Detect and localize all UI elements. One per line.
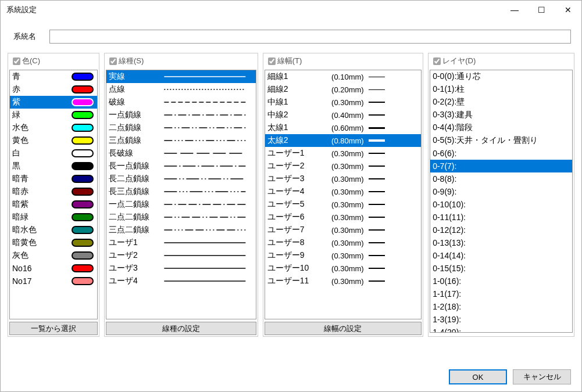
- layer-item[interactable]: 0-8(8):: [430, 172, 572, 185]
- layer-item[interactable]: 0-0(0):通り芯: [430, 70, 572, 83]
- color-item[interactable]: 青: [10, 70, 97, 83]
- color-item[interactable]: 暗紫: [10, 198, 97, 211]
- layer-item[interactable]: 0-9(9):: [430, 185, 572, 198]
- linetype-preview: [159, 87, 251, 92]
- linetype-item[interactable]: 点線: [106, 83, 256, 96]
- linetype-item[interactable]: ユーザ1: [106, 236, 256, 249]
- linetype-settings-button[interactable]: 線種の設定: [106, 322, 256, 335]
- color-item[interactable]: 白: [10, 147, 97, 160]
- linetype-item[interactable]: 長一点鎖線: [106, 160, 256, 172]
- layer-item[interactable]: 1-0(16):: [430, 275, 572, 287]
- linetype-list[interactable]: 実線点線破線一点鎖線二点鎖線三点鎖線長破線長一点鎖線長二点鎖線長三点鎖線一点二鎖…: [106, 70, 256, 319]
- color-item[interactable]: 紫: [10, 96, 97, 109]
- linetype-item[interactable]: 長二点鎖線: [106, 172, 256, 185]
- layer-item[interactable]: 0-15(15):: [430, 262, 572, 275]
- layer-item[interactable]: 1-3(19):: [430, 313, 572, 326]
- color-item[interactable]: No16: [10, 262, 97, 275]
- layer-item[interactable]: 1-4(20):: [430, 326, 572, 333]
- panel-linewidth-header: 線幅(T): [263, 53, 423, 69]
- linetype-item[interactable]: 一点二鎖線: [106, 198, 256, 211]
- linewidth-preview: [369, 229, 385, 231]
- maximize-button[interactable]: ☐: [528, 1, 555, 19]
- linewidth-item[interactable]: ユーザー1(0.30mm): [265, 147, 422, 160]
- linetype-item[interactable]: ユーザ2: [106, 249, 256, 262]
- linewidth-value: (0.30mm): [314, 213, 364, 222]
- color-label: 白: [12, 148, 44, 159]
- color-item[interactable]: 暗赤: [10, 185, 97, 198]
- close-button[interactable]: ✕: [555, 1, 581, 19]
- linewidth-item[interactable]: ユーザー10(0.30mm): [265, 262, 422, 275]
- linetype-item[interactable]: 長破線: [106, 147, 256, 160]
- linewidth-item[interactable]: ユーザー4(0.30mm): [265, 185, 422, 198]
- linetype-item[interactable]: 実線: [106, 70, 256, 83]
- linewidth-item[interactable]: 細線1(0.10mm): [265, 70, 422, 83]
- color-item[interactable]: 緑: [10, 109, 97, 121]
- linewidth-item[interactable]: ユーザー6(0.30mm): [265, 211, 422, 224]
- layer-item[interactable]: 0-5(5):天井・タイル・畳割り: [430, 134, 572, 147]
- cancel-button[interactable]: キャンセル: [513, 369, 571, 384]
- layer-item[interactable]: 0-13(13):: [430, 236, 572, 249]
- color-item[interactable]: 水色: [10, 121, 97, 134]
- color-item[interactable]: 暗青: [10, 172, 97, 185]
- layer-item[interactable]: 0-3(3):建具: [430, 109, 572, 121]
- linetype-preview: [159, 138, 251, 143]
- linewidth-item[interactable]: 中線1(0.30mm): [265, 96, 422, 109]
- linetype-item[interactable]: 三点鎖線: [106, 134, 256, 147]
- color-item[interactable]: No17: [10, 275, 97, 287]
- linetype-item[interactable]: ユーザ3: [106, 262, 256, 275]
- linewidth-item[interactable]: 太線2(0.80mm): [265, 134, 422, 147]
- layer-item[interactable]: 0-6(6):: [430, 147, 572, 160]
- color-item[interactable]: 黄色: [10, 134, 97, 147]
- ok-button[interactable]: OK: [449, 369, 507, 384]
- linewidth-preview: [369, 217, 385, 218]
- color-swatch: [72, 149, 94, 157]
- linetype-item[interactable]: 破線: [106, 96, 256, 109]
- linetype-item[interactable]: 三点二鎖線: [106, 224, 256, 236]
- linewidth-list[interactable]: 細線1(0.10mm)細線2(0.20mm)中線1(0.30mm)中線2(0.4…: [265, 70, 422, 319]
- linetype-item[interactable]: ユーザ4: [106, 275, 256, 287]
- linewidth-label: ユーザー4: [267, 186, 314, 197]
- linewidth-item[interactable]: 細線2(0.20mm): [265, 83, 422, 96]
- layer-item[interactable]: 0-2(2):壁: [430, 96, 572, 109]
- linetype-preview: [159, 228, 251, 232]
- linewidth-item[interactable]: 太線1(0.60mm): [265, 121, 422, 134]
- name-input[interactable]: [49, 30, 571, 44]
- linewidth-item[interactable]: ユーザー8(0.30mm): [265, 236, 422, 249]
- linewidth-label: ユーザー1: [267, 148, 314, 159]
- linetype-preview: [159, 177, 251, 181]
- layer-item[interactable]: 0-11(11):: [430, 211, 572, 224]
- layer-item[interactable]: 1-1(17):: [430, 287, 572, 300]
- linewidth-item[interactable]: ユーザー2(0.30mm): [265, 160, 422, 172]
- color-item[interactable]: 暗緑: [10, 211, 97, 224]
- linetype-item[interactable]: 長三点鎖線: [106, 185, 256, 198]
- layer-item[interactable]: 0-12(12):: [430, 224, 572, 236]
- layer-item[interactable]: 0-10(10):: [430, 198, 572, 211]
- color-item[interactable]: 暗水色: [10, 224, 97, 236]
- linewidth-item[interactable]: ユーザー11(0.30mm): [265, 275, 422, 287]
- color-item[interactable]: 暗黄色: [10, 236, 97, 249]
- color-select-button[interactable]: 一覧から選択: [9, 322, 98, 335]
- linetype-item[interactable]: 一点鎖線: [106, 109, 256, 121]
- linetype-item[interactable]: 二点二鎖線: [106, 211, 256, 224]
- linewidth-value: (0.30mm): [314, 264, 364, 273]
- layer-item[interactable]: 0-4(4):階段: [430, 121, 572, 134]
- linewidth-item[interactable]: ユーザー9(0.30mm): [265, 249, 422, 262]
- linewidth-item[interactable]: ユーザー3(0.30mm): [265, 172, 422, 185]
- layer-item[interactable]: 0-14(14):: [430, 249, 572, 262]
- layer-item[interactable]: 1-2(18):: [430, 300, 572, 313]
- color-swatch: [72, 98, 94, 106]
- layer-list[interactable]: 0-0(0):通り芯0-1(1):柱0-2(2):壁0-3(3):建具0-4(4…: [430, 70, 573, 333]
- color-item[interactable]: 赤: [10, 83, 97, 96]
- layer-item[interactable]: 0-7(7):: [430, 160, 572, 172]
- linewidth-item[interactable]: 中線2(0.40mm): [265, 109, 422, 121]
- minimize-button[interactable]: —: [501, 1, 528, 19]
- linewidth-item[interactable]: ユーザー5(0.30mm): [265, 198, 422, 211]
- color-item[interactable]: 黒: [10, 160, 97, 172]
- linetype-item[interactable]: 二点鎖線: [106, 121, 256, 134]
- color-list[interactable]: 青赤紫緑水色黄色白黒暗青暗赤暗紫暗緑暗水色暗黄色灰色No16No17: [9, 70, 98, 319]
- linewidth-settings-button[interactable]: 線幅の設定: [265, 322, 422, 335]
- linewidth-label: 太線2: [267, 135, 314, 146]
- color-item[interactable]: 灰色: [10, 249, 97, 262]
- linewidth-item[interactable]: ユーザー7(0.30mm): [265, 224, 422, 236]
- layer-item[interactable]: 0-1(1):柱: [430, 83, 572, 96]
